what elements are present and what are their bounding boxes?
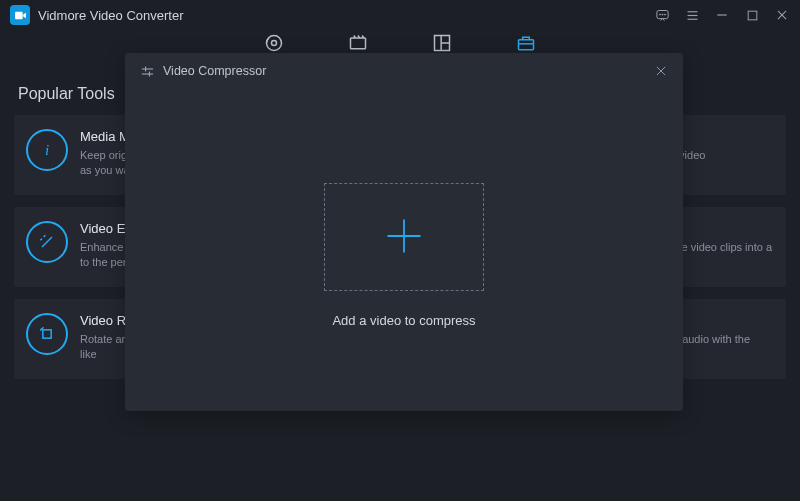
svg-rect-14 bbox=[351, 38, 366, 49]
svg-point-13 bbox=[272, 41, 277, 46]
svg-rect-18 bbox=[519, 40, 534, 50]
feedback-icon[interactable] bbox=[654, 7, 670, 23]
info-icon: i bbox=[26, 129, 68, 171]
app-logo bbox=[10, 5, 30, 25]
svg-point-3 bbox=[662, 14, 663, 15]
svg-rect-9 bbox=[748, 11, 757, 20]
svg-rect-0 bbox=[15, 11, 23, 19]
nav-mv-icon[interactable] bbox=[347, 32, 369, 54]
dropzone-label: Add a video to compress bbox=[125, 313, 683, 328]
video-compressor-modal: Video Compressor Add a video to compress bbox=[125, 53, 683, 411]
svg-point-2 bbox=[659, 14, 660, 15]
modal-header: Video Compressor bbox=[125, 53, 683, 89]
plus-icon bbox=[382, 214, 426, 261]
rotator-icon bbox=[26, 313, 68, 355]
svg-rect-23 bbox=[43, 330, 51, 338]
nav-toolbox-icon[interactable] bbox=[515, 32, 537, 54]
maximize-icon[interactable] bbox=[744, 7, 760, 23]
app-title: Vidmore Video Converter bbox=[38, 8, 184, 23]
titlebar: Vidmore Video Converter bbox=[0, 0, 800, 30]
svg-point-4 bbox=[664, 14, 665, 15]
compressor-icon bbox=[139, 63, 155, 79]
modal-title: Video Compressor bbox=[163, 64, 266, 78]
minimize-icon[interactable] bbox=[714, 7, 730, 23]
add-video-dropzone[interactable] bbox=[324, 183, 484, 291]
modal-close-button[interactable] bbox=[653, 63, 669, 79]
close-icon[interactable] bbox=[774, 7, 790, 23]
nav-collage-icon[interactable] bbox=[431, 32, 453, 54]
menu-icon[interactable] bbox=[684, 7, 700, 23]
enhancer-icon bbox=[26, 221, 68, 263]
nav-converter-icon[interactable] bbox=[263, 32, 285, 54]
